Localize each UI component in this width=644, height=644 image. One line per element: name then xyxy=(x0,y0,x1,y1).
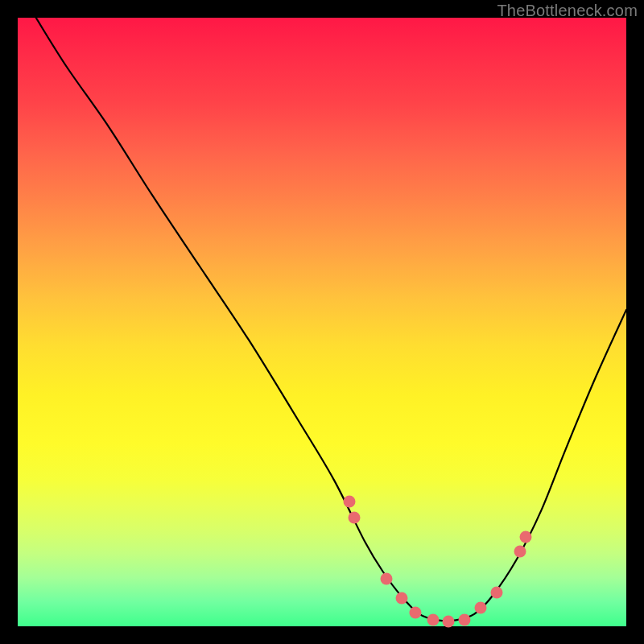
curve-layer xyxy=(18,18,626,626)
data-point xyxy=(443,615,455,627)
data-point xyxy=(427,614,440,626)
data-point xyxy=(409,607,421,619)
data-point xyxy=(474,602,486,614)
chart-container: TheBottleneck.com xyxy=(0,0,644,644)
data-point xyxy=(514,546,526,558)
data-point xyxy=(458,614,470,626)
data-point xyxy=(490,586,502,598)
bottleneck-curve xyxy=(36,18,626,621)
data-point xyxy=(344,496,356,508)
data-point xyxy=(349,511,361,523)
data-point xyxy=(520,530,532,543)
data-point xyxy=(381,573,393,585)
data-point xyxy=(396,592,408,605)
plot-area xyxy=(18,18,626,626)
